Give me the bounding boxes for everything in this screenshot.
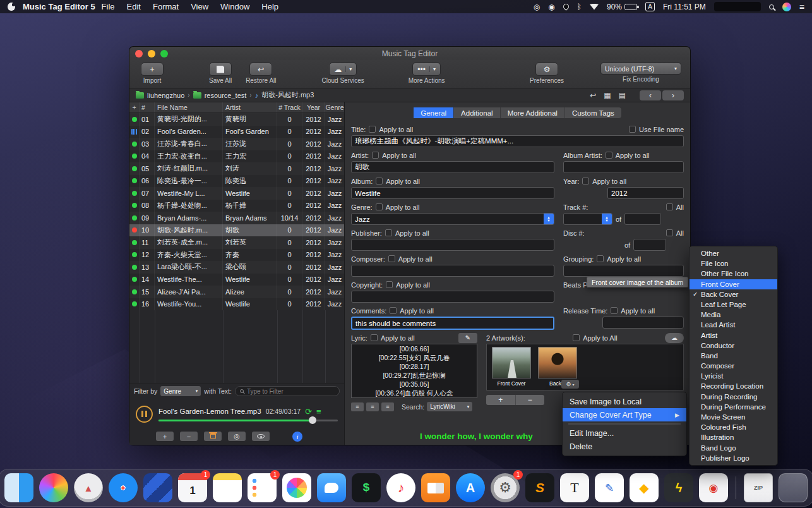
album-artist-field[interactable] xyxy=(563,161,684,173)
artist-apply-checkbox[interactable] xyxy=(372,152,379,159)
preview-button[interactable] xyxy=(252,432,270,441)
publisher-field[interactable] xyxy=(351,239,554,251)
track-number-popup[interactable]: ▲▼ xyxy=(563,213,612,225)
encoding-select[interactable]: Unicode (UTF-8)▾ xyxy=(600,63,681,75)
table-row[interactable]: 01 黄晓明-光阴的... 黄晓明 0 2012 Jazz xyxy=(129,113,344,126)
playback-slider[interactable] xyxy=(158,420,338,421)
year-apply-checkbox[interactable] xyxy=(582,178,589,184)
path-segment-folder[interactable]: resource_test xyxy=(205,92,247,99)
copyright-apply-checkbox[interactable] xyxy=(386,281,393,288)
table-row[interactable]: 04 王力宏-改变自... 王力宏 0 2012 Jazz xyxy=(129,150,344,163)
artwork-apply-checkbox[interactable] xyxy=(573,334,580,341)
record-status-icon[interactable]: ◎ xyxy=(534,3,540,11)
submenu-item[interactable]: Band Logo xyxy=(690,443,777,453)
siri-icon[interactable] xyxy=(782,3,791,11)
menu-item[interactable]: Save Image to Local xyxy=(563,395,686,408)
next-file-button[interactable]: › xyxy=(662,90,684,100)
target-status-icon[interactable]: ◉ xyxy=(548,3,554,11)
lyric-box[interactable]: [00:06.66][00:22.55]支幻 风云几卷[00:28.17][00… xyxy=(351,344,477,398)
dock-item-photos[interactable] xyxy=(282,473,311,502)
table-row[interactable]: 06 陈奕迅-最冷一... 陈奕迅 0 2012 Jazz xyxy=(129,175,344,188)
wifi-icon[interactable] xyxy=(590,4,599,10)
menu-item[interactable]: Format xyxy=(153,2,179,11)
menu-item[interactable]: Delete xyxy=(563,440,686,453)
dock-item-cash-app[interactable]: $ xyxy=(352,473,381,502)
menu-item[interactable]: Change Cover Art Type ▶ xyxy=(563,408,686,421)
composer-apply-checkbox[interactable] xyxy=(388,255,395,262)
submenu-item[interactable]: Publisher Logo xyxy=(690,453,777,463)
disc-all-checkbox[interactable] xyxy=(666,229,673,236)
align-center-button[interactable]: ≡ xyxy=(366,402,379,411)
table-row[interactable]: 08 杨千嬅-处处吻... 杨千嬅 0 2012 Jazz xyxy=(129,200,344,212)
notification-center-icon[interactable]: ≡ xyxy=(799,2,804,12)
battery-indicator[interactable]: 90% xyxy=(607,3,637,11)
year-field[interactable] xyxy=(607,187,684,199)
submenu-item[interactable]: Media xyxy=(690,310,777,320)
filter-search-input[interactable] xyxy=(247,388,335,395)
column-header-number[interactable]: # xyxy=(140,102,155,112)
dock-item-notes[interactable] xyxy=(213,473,242,502)
info-button[interactable]: i xyxy=(292,432,302,442)
app-menu-title[interactable]: Music Tag Editor 5 xyxy=(23,2,95,11)
submenu-item[interactable]: Front Cover xyxy=(690,279,777,289)
dock-item-photo-editor[interactable]: ◉ xyxy=(699,473,728,502)
playlist-icon[interactable]: ≡ xyxy=(316,407,321,416)
table-row[interactable]: 11 刘若英-成全.m... 刘若英 0 2012 Jazz xyxy=(129,236,344,249)
dock-item-system-preferences[interactable]: ⚙ 1 xyxy=(491,473,520,502)
submenu-item[interactable]: During Performance xyxy=(690,402,777,412)
album-artist-apply-checkbox[interactable] xyxy=(606,152,612,159)
table-row[interactable]: 05 刘涛-红颜旧.m... 刘涛 0 2012 Jazz xyxy=(129,162,344,175)
align-right-button[interactable]: ≡ xyxy=(381,402,394,411)
dock-item-calendar[interactable]: 1 1 xyxy=(178,473,207,502)
preferences-button[interactable]: ⚙ xyxy=(535,63,558,76)
remove-artwork-button[interactable]: − xyxy=(516,395,545,405)
artwork-cloud-button[interactable]: ☁ xyxy=(665,333,684,343)
input-source-icon[interactable]: A xyxy=(645,2,655,11)
menu-item[interactable]: Edit Image... xyxy=(563,426,686,440)
file-list-header[interactable]: + # File Name Artist # Track Year Genre xyxy=(129,102,344,113)
delete-file-button[interactable] xyxy=(204,432,222,441)
menu-item[interactable]: Help xyxy=(261,2,278,11)
drop-status-icon[interactable] xyxy=(562,3,570,11)
submenu-item[interactable]: Lyricist xyxy=(690,371,777,381)
table-row[interactable]: 02 Fool's Garden... Fool's Garden 0 2012… xyxy=(129,126,344,138)
dock-item-sketch[interactable]: ◆ xyxy=(630,473,659,502)
path-segment-file[interactable]: 胡歌-风起时.mp3 xyxy=(261,90,314,100)
apple-menu-icon[interactable] xyxy=(8,3,15,11)
submenu-item[interactable]: Lead Artist xyxy=(690,320,777,330)
grouping-apply-checkbox[interactable] xyxy=(597,255,604,262)
menu-item[interactable]: View xyxy=(191,2,208,11)
remove-file-button[interactable]: − xyxy=(180,432,198,441)
submenu-item[interactable]: Band xyxy=(690,351,777,361)
genre-field[interactable] xyxy=(351,213,554,225)
composer-field[interactable] xyxy=(351,265,554,277)
table-row[interactable]: 12 齐秦-火柴天堂... 齐秦 0 2012 Jazz xyxy=(129,249,344,262)
table-row[interactable]: 03 汪苏泷-青春白... 汪苏泷 0 2012 Jazz xyxy=(129,138,344,150)
album-apply-checkbox[interactable] xyxy=(376,178,383,184)
path-segment-home[interactable]: liuhengzhuo xyxy=(147,92,184,99)
genre-popup[interactable]: ▲▼ xyxy=(351,213,554,225)
menu-item[interactable] xyxy=(568,423,681,425)
submenu-item[interactable]: Coloured Fish xyxy=(690,422,777,432)
column-header-track[interactable]: # Track xyxy=(277,102,302,112)
tab[interactable]: Custom Tags xyxy=(565,107,621,118)
dock-item-reminders[interactable]: 1 xyxy=(248,473,277,502)
grouping-field[interactable] xyxy=(563,265,684,277)
column-header-status[interactable]: + xyxy=(129,102,140,112)
dock-item-launchpad[interactable] xyxy=(39,473,68,502)
comments-field[interactable] xyxy=(351,317,554,330)
submenu-item[interactable]: Composer xyxy=(690,361,777,371)
import-button[interactable]: + xyxy=(141,63,164,76)
submenu-item[interactable]: Back Cover xyxy=(690,289,777,299)
submenu-item[interactable]: Movie Screen xyxy=(690,412,777,422)
column-header-genre[interactable]: Genre xyxy=(325,102,344,112)
dock-item-bolt-app[interactable]: ϟ xyxy=(664,473,693,502)
front-cover-artwork[interactable]: Front Cover xyxy=(491,347,532,387)
previous-file-button[interactable]: ‹ xyxy=(640,90,661,100)
submenu-item[interactable]: Other File Icon xyxy=(690,269,777,279)
print-icon[interactable]: ▤ xyxy=(619,91,626,100)
dock-item-text-editor[interactable]: T xyxy=(560,473,589,502)
filter-search-field[interactable] xyxy=(235,386,340,396)
submenu-item[interactable]: Leaf Let Page xyxy=(690,299,777,310)
title-apply-checkbox[interactable] xyxy=(369,126,376,133)
